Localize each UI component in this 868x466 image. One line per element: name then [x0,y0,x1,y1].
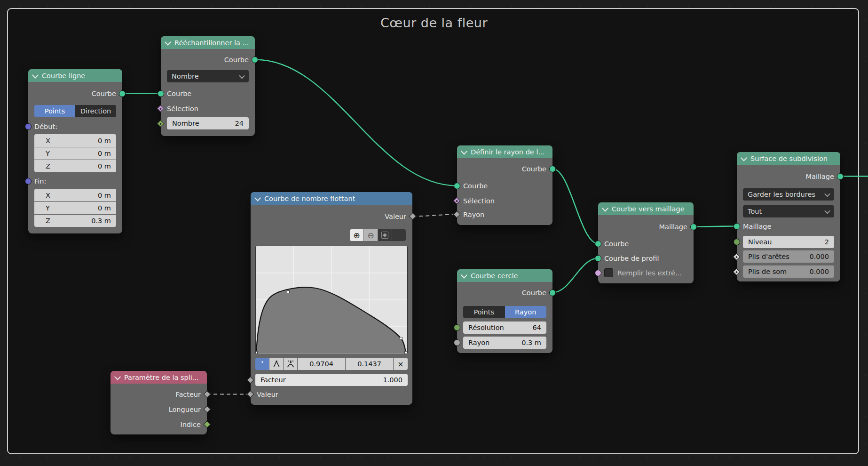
output-row-facteur: Facteur [110,388,207,401]
socket-courbe-output[interactable] [549,166,556,172]
node-courbe-flottant[interactable]: Courbe de nombre flottant Valeur ⊕ ⊖ [251,192,412,405]
node-header[interactable]: Courbe cercle [457,269,552,282]
handle-vector-icon[interactable] [269,358,283,370]
socket-courbe-profil-input[interactable] [595,255,601,262]
node-reechantillonner[interactable]: Rééchantillonner la ... Courbe Nombre Co… [161,36,255,136]
node-header[interactable]: Définir le rayon de l... [457,145,552,158]
mode-toggle[interactable]: Points Rayon [463,306,546,318]
socket-courbe-input[interactable] [158,90,164,97]
collapse-chevron-icon[interactable] [461,272,467,278]
socket-fin-input[interactable] [25,178,32,185]
node-header[interactable]: Surface de subdivision [737,152,840,165]
zoom-in-icon[interactable]: ⊕ [350,229,363,241]
toggle-direction[interactable]: Direction [75,105,116,117]
output-row-courbe: Courbe [457,286,552,299]
collapse-chevron-icon[interactable] [165,39,171,45]
fin-x-field[interactable]: X 0 m [34,189,116,201]
fin-vector-fields: X 0 m Y 0 m Z 0.3 m [34,189,116,227]
node-editor-canvas[interactable]: Cœur de la fleur Courbe ligne Courbe Poi… [0,0,868,466]
node-courbe-cercle[interactable]: Courbe cercle Courbe Points Rayon Résolu… [457,269,552,353]
debut-z-field[interactable]: Z 0 m [34,160,116,172]
output-row-maillage: Maillage [598,220,694,233]
mode-toggle[interactable]: Points Direction [34,105,116,117]
debut-vector-fields: X 0 m Y 0 m Z 0 m [34,134,116,172]
chevron-down-icon [824,208,830,214]
rayon-field-row: Rayon 0.3 m [457,337,552,349]
node-header[interactable]: Rééchantillonner la ... [161,36,255,49]
collapse-chevron-icon[interactable] [741,154,747,161]
toggle-points[interactable]: Points [463,306,505,318]
handle-auto-icon[interactable] [255,358,269,370]
nombre-field[interactable]: Nombre 24 [167,117,249,129]
collapse-chevron-icon[interactable] [461,148,467,154]
clipping-toggle-icon[interactable] [378,229,392,241]
socket-courbe-input[interactable] [595,241,601,247]
plis-som-field[interactable]: Plis de som 0.000 [743,265,834,278]
resolution-field[interactable]: Résolution 64 [463,321,546,334]
collapse-chevron-icon[interactable] [32,72,39,78]
socket-maillage-output[interactable] [690,224,697,230]
node-header[interactable]: Courbe vers maillage [598,202,694,215]
node-header[interactable]: Courbe de nombre flottant [251,192,412,205]
zoom-out-icon[interactable]: ⊖ [364,229,378,241]
handle-y-field[interactable]: 0.1437 [346,358,393,370]
input-row-rayon: Rayon [457,208,552,221]
curve-options-dropdown[interactable] [392,229,406,241]
input-row-courbe-profil: Courbe de profil [598,252,694,265]
socket-maillage-input[interactable] [734,223,740,230]
facteur-field-row: Facteur 1.000 [255,374,408,386]
socket-resolution-input[interactable] [454,324,460,331]
socket-courbe-input[interactable] [454,183,460,189]
collapse-chevron-icon[interactable] [602,205,608,211]
collapse-chevron-icon[interactable] [254,194,261,201]
handle-auto-clamped-icon[interactable] [284,358,297,370]
nombre-field-row: Nombre 24 [161,117,255,129]
toggle-rayon[interactable]: Rayon [505,306,547,318]
debut-x-field[interactable]: X 0 m [34,134,116,147]
output-row-courbe: Courbe [28,87,122,100]
remplir-checkbox[interactable] [604,268,613,277]
niveau-field[interactable]: Niveau 2 [743,236,834,248]
input-row-maillage: Maillage [737,220,840,233]
socket-rayon-input[interactable] [454,339,460,346]
input-row-courbe: Courbe [161,87,255,100]
socket-courbe-output[interactable] [119,90,126,97]
socket-courbe-output[interactable] [252,56,258,63]
socket-remplir-input[interactable] [595,270,601,276]
debut-y-field[interactable]: Y 0 m [34,147,116,160]
plis-som-field-row: Plis de som 0.000 [737,265,840,278]
collapse-chevron-icon[interactable] [114,373,121,380]
socket-niveau-input[interactable] [734,239,740,245]
socket-courbe-output[interactable] [549,289,556,296]
debut-label-row: Début: [28,120,122,133]
bordures-dropdown[interactable]: Garder les bordures [743,188,834,201]
resolution-field-row: Résolution 64 [457,321,552,334]
curve-widget[interactable] [255,246,408,354]
mode-dropdown[interactable]: Nombre [167,70,249,82]
node-courbe-ligne[interactable]: Courbe ligne Courbe Points Direction Déb… [28,69,122,233]
node-surface-subdivision[interactable]: Surface de subdivision Maillage Garder l… [737,152,840,281]
socket-maillage-output[interactable] [837,173,844,180]
delete-point-button[interactable]: × [394,358,408,370]
plis-aretes-field[interactable]: Plis d'arêtes 0.000 [743,250,834,263]
node-definir-rayon[interactable]: Définir le rayon de l... Courbe Courbe S… [457,145,552,225]
output-row-longueur: Longueur [110,403,207,416]
fin-y-field[interactable]: Y 0 m [34,201,116,214]
chevron-down-icon [239,72,245,79]
tout-dropdown[interactable]: Tout [743,205,834,217]
fin-z-field[interactable]: Z 0.3 m [34,214,116,227]
socket-debut-input[interactable] [25,123,32,130]
handle-x-field[interactable]: 0.9704 [298,358,345,370]
niveau-field-row: Niveau 2 [737,236,840,248]
frame-title: Cœur de la fleur [0,16,868,30]
output-row-courbe: Courbe [161,53,255,66]
toggle-points[interactable]: Points [34,105,75,117]
node-header[interactable]: Courbe ligne [28,69,122,82]
input-row-valeur: Valeur [251,388,412,401]
node-courbe-vers-maillage[interactable]: Courbe vers maillage Maillage Courbe Cou… [598,202,694,283]
rayon-field[interactable]: Rayon 0.3 m [463,337,546,349]
facteur-field[interactable]: Facteur 1.000 [255,374,408,386]
chevron-down-icon [824,191,830,197]
node-parametre-spline[interactable]: Paramètre de la spli... Facteur Longueur… [110,371,207,434]
node-header[interactable]: Paramètre de la spli... [110,371,207,384]
